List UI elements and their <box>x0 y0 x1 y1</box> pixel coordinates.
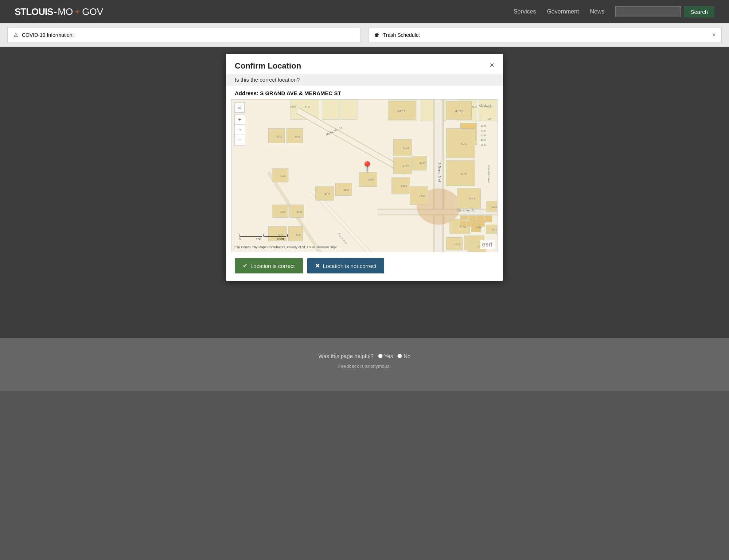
map-zoom-in-button[interactable]: + <box>235 114 245 125</box>
modal-subtitle: Is this the correct location? <box>226 74 503 86</box>
svg-rect-89 <box>461 221 466 226</box>
not-correct-x-icon: ✖ <box>315 262 320 269</box>
trash-icon: 🗑 <box>374 32 379 38</box>
svg-text:3415: 3415 <box>290 105 296 108</box>
scale-label-100: 100 <box>256 237 261 241</box>
logo-separator1: - <box>54 6 57 18</box>
confirm-location-modal: Confirm Location × Is this the correct l… <box>226 54 503 281</box>
feedback-anon-note: Feedback is anonymous. <box>338 363 391 369</box>
feedback-question-text: Was this page helpful? <box>319 353 374 359</box>
svg-text:4139: 4139 <box>480 134 486 137</box>
modal-address: Address: S GRAND AVE & MERAMEC ST <box>226 86 503 99</box>
svg-text:4505: 4505 <box>419 194 425 198</box>
header-nav: Services Government News Search <box>514 6 714 18</box>
page-background: Confirm Location × Is this the correct l… <box>0 47 729 338</box>
location-not-correct-button[interactable]: ✖ Location is not correct <box>307 258 385 273</box>
svg-text:4236: 4236 <box>297 211 303 213</box>
covid-label: COVID-19 Information: <box>22 32 74 38</box>
logo-fleur-icon: ✦ <box>74 7 81 16</box>
svg-text:3638: 3638 <box>343 188 349 191</box>
search-button[interactable]: Search <box>684 6 714 18</box>
correct-check-icon: ✔ <box>243 262 247 269</box>
not-correct-button-label: Location is not correct <box>323 263 377 269</box>
header-search: Search <box>615 6 714 18</box>
svg-text:4130: 4130 <box>455 109 463 113</box>
no-label: No <box>404 353 410 359</box>
svg-text:4143: 4143 <box>480 144 486 146</box>
scale-bar <box>239 234 288 237</box>
modal-title: Confirm Location <box>235 61 301 71</box>
location-correct-button[interactable]: ✔ Location is correct <box>235 258 303 273</box>
svg-rect-2 <box>322 100 340 120</box>
svg-text:4135: 4135 <box>403 146 409 149</box>
svg-rect-90 <box>467 221 472 226</box>
map-expand-button[interactable]: » <box>234 102 245 113</box>
modal-overlay: Confirm Location × Is this the correct l… <box>0 47 729 338</box>
svg-text:3431: 3431 <box>469 197 475 200</box>
address-value: S GRAND AVE & MERAMEC ST <box>260 90 341 96</box>
correct-button-label: Location is correct <box>250 263 295 269</box>
map-container: 4107 4130 Meramec St S Grand Blvd M <box>231 99 498 252</box>
svg-text:3638: 3638 <box>368 178 374 181</box>
trash-close-button[interactable]: × <box>712 32 716 38</box>
svg-text:3652: 3652 <box>276 135 282 138</box>
svg-text:S Grand Blvd: S Grand Blvd <box>438 162 441 182</box>
search-input[interactable] <box>615 6 681 17</box>
svg-text:4126: 4126 <box>486 117 492 120</box>
logo-gov: GOV <box>82 6 103 18</box>
nav-government[interactable]: Government <box>547 8 579 15</box>
map-svg: 4107 4130 Meramec St S Grand Blvd M <box>231 100 498 252</box>
svg-text:4135: 4135 <box>480 125 486 127</box>
scale-label-200: 200ft <box>277 237 284 241</box>
yes-radio-input[interactable] <box>378 354 383 358</box>
svg-text:4107: 4107 <box>398 109 405 113</box>
svg-rect-39 <box>461 123 476 129</box>
map-attribution: Esri Community Maps Contributors, County… <box>234 245 339 249</box>
esri-logo: esri <box>482 241 492 248</box>
map-home-button[interactable]: ⌂ <box>235 125 245 135</box>
map-zoom-controls: + ⌂ − <box>234 114 245 145</box>
subtitle-text: Is this the correct location? <box>235 77 300 83</box>
scale-labels: 0 100 200ft <box>239 237 284 241</box>
logo-mo: MO <box>58 6 73 18</box>
svg-text:Louisiana Ave: Louisiana Ave <box>487 165 491 183</box>
header: STLOUIS - MO ✦ GOV Services Government N… <box>0 0 729 23</box>
modal-buttons: ✔ Location is correct ✖ Location is not … <box>226 252 503 281</box>
address-label: Address: <box>235 90 258 96</box>
feedback-row: Was this page helpful? Yes No <box>319 353 411 359</box>
svg-text:3658: 3658 <box>295 135 300 138</box>
svg-text:4137: 4137 <box>480 129 486 132</box>
trash-label: Trash Schedule: <box>383 32 420 38</box>
nav-services[interactable]: Services <box>514 8 536 15</box>
svg-text:4141: 4141 <box>480 139 486 141</box>
svg-text:4417: 4417 <box>419 162 426 165</box>
map-controls: » + ⌂ − <box>234 102 245 145</box>
svg-text:3312: 3312 <box>491 228 497 231</box>
logo: STLOUIS - MO ✦ GOV <box>15 6 103 18</box>
logo-stlouis: STLOUIS <box>15 6 53 18</box>
map-zoom-out-button[interactable]: − <box>235 135 245 145</box>
footer-feedback: Was this page helpful? Yes No Feedback i… <box>0 338 729 391</box>
scale-label-0: 0 <box>239 237 241 241</box>
trash-info-card: 🗑 Trash Schedule: × <box>368 28 722 42</box>
svg-text:4230: 4230 <box>280 211 286 213</box>
svg-rect-91 <box>473 221 479 226</box>
no-radio-label[interactable]: No <box>397 353 410 359</box>
info-bar: ⚠ COVID-19 Information: 🗑 Trash Schedule… <box>0 23 729 47</box>
yes-radio-label[interactable]: Yes <box>378 353 393 359</box>
svg-rect-3 <box>341 100 357 120</box>
map-scale: 0 100 200ft <box>239 234 288 241</box>
no-radio-input[interactable] <box>397 354 402 358</box>
modal-close-button[interactable]: × <box>490 61 494 69</box>
covid-info-card: ⚠ COVID-19 Information: <box>7 28 361 42</box>
svg-text:4137: 4137 <box>403 164 409 168</box>
location-pin: 📍 <box>361 161 374 173</box>
esri-watermark: esri <box>480 240 495 249</box>
svg-text:4252: 4252 <box>296 233 301 236</box>
svg-text:3323: 3323 <box>491 206 497 208</box>
svg-rect-58 <box>484 215 492 222</box>
covid-warning-icon: ⚠ <box>13 32 18 38</box>
svg-text:4206: 4206 <box>454 243 460 246</box>
nav-news[interactable]: News <box>590 8 604 15</box>
svg-text:4124: 4124 <box>486 105 492 108</box>
